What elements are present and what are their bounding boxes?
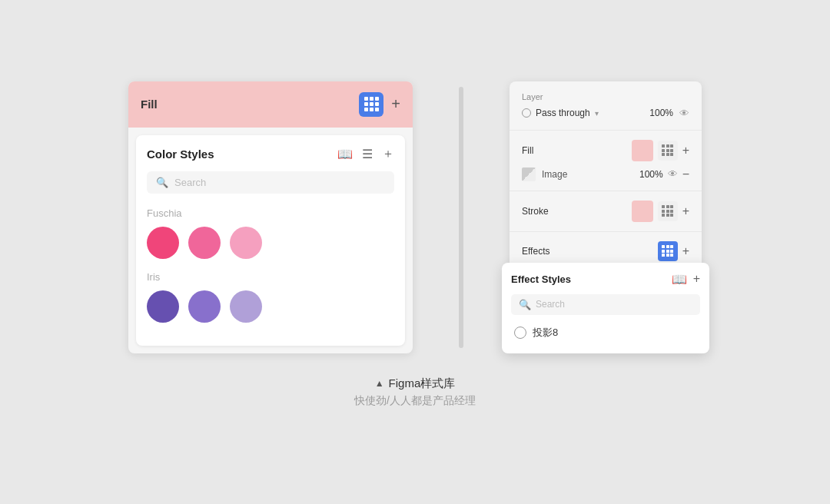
- iris-label: Iris: [147, 271, 394, 283]
- search-placeholder: Search: [174, 177, 206, 188]
- effect-styles-icons: 📖 +: [672, 272, 700, 287]
- add-fill-button[interactable]: +: [391, 95, 400, 113]
- eye-icon[interactable]: 👁: [679, 108, 689, 119]
- effect-circle-icon: [514, 327, 526, 339]
- left-panel: Fill + Color Styles 📖 ☰ ＋: [128, 81, 413, 353]
- effect-search[interactable]: 🔍 Search: [511, 294, 700, 315]
- effects-row: Effects +: [522, 241, 689, 261]
- blend-mode-icon: [522, 108, 531, 118]
- fuschia-group: Fuschia: [147, 207, 394, 259]
- add-fill-row-button[interactable]: +: [682, 144, 689, 158]
- layer-opacity[interactable]: 100%: [649, 108, 673, 118]
- caption-row: ▲ Figma样式库: [354, 376, 476, 391]
- image-row: Image 100% 👁 −: [522, 167, 689, 181]
- image-label: Image: [542, 169, 567, 180]
- swatch-fuschia-3[interactable]: [230, 227, 262, 259]
- fill-grid-button[interactable]: [658, 141, 678, 161]
- fuschia-label: Fuschia: [147, 207, 394, 219]
- stroke-controls: +: [632, 201, 689, 222]
- add-style-button[interactable]: ＋: [382, 146, 394, 162]
- layer-section: Layer Pass through ▾ 100% 👁: [510, 81, 702, 131]
- effect-item[interactable]: 投影8: [511, 321, 700, 344]
- image-left: Image: [522, 167, 567, 181]
- stroke-row: Stroke +: [522, 201, 689, 222]
- grid-dots-icon: [364, 97, 379, 111]
- add-stroke-button[interactable]: +: [682, 204, 689, 218]
- swatch-fuschia-1[interactable]: [147, 227, 179, 259]
- layer-section-label: Layer: [522, 92, 689, 101]
- iris-group: Iris: [147, 271, 394, 323]
- effects-grid-button[interactable]: [658, 241, 678, 261]
- book-icon[interactable]: 📖: [337, 147, 353, 161]
- image-eye-icon[interactable]: 👁: [668, 168, 678, 180]
- fill-grid-dots-icon: [662, 144, 673, 156]
- grid-view-button[interactable]: [359, 92, 383, 117]
- stroke-grid-button[interactable]: [658, 201, 678, 221]
- stroke-label: Stroke: [522, 206, 549, 217]
- image-thumbnail: [522, 167, 536, 181]
- remove-fill-button[interactable]: −: [682, 167, 689, 181]
- image-opacity[interactable]: 100%: [639, 169, 663, 180]
- caption-subtitle: 快使劲/人人都是产品经理: [354, 394, 476, 408]
- stroke-grid-dots-icon: [662, 205, 673, 217]
- fuschia-swatches: [147, 227, 394, 259]
- chevron-down-icon: ▾: [595, 109, 599, 118]
- passthrough-text[interactable]: Pass through: [536, 108, 590, 118]
- fill-controls: +: [632, 140, 689, 161]
- color-styles-title: Color Styles: [147, 148, 214, 161]
- effect-styles-header: Effect Styles 📖 +: [511, 272, 700, 287]
- iris-swatches: [147, 290, 394, 323]
- fill-section: Fill + Image: [510, 131, 702, 191]
- effect-styles-dropdown: Effect Styles 📖 + 🔍 Search 投影8: [502, 263, 709, 353]
- effect-styles-title: Effect Styles: [511, 274, 571, 285]
- effect-search-icon: 🔍: [519, 299, 531, 310]
- fill-row-header: Fill +: [522, 140, 689, 161]
- layer-row: Pass through ▾ 100% 👁: [522, 108, 689, 119]
- add-effect-style-button[interactable]: +: [693, 272, 700, 286]
- list-icon[interactable]: ☰: [362, 147, 373, 161]
- fill-section-label: Fill: [522, 145, 533, 156]
- effect-name: 投影8: [533, 326, 558, 340]
- effects-controls: +: [658, 241, 689, 261]
- swatch-iris-1[interactable]: [147, 290, 179, 323]
- fill-color-indicator: [632, 140, 653, 161]
- effect-search-placeholder: Search: [536, 299, 565, 310]
- effects-section: Effects + Effect Styles: [510, 232, 702, 270]
- swatch-iris-3[interactable]: [230, 290, 262, 323]
- color-styles-panel: Color Styles 📖 ☰ ＋ 🔍 Search Fuschia: [136, 135, 405, 346]
- effects-label: Effects: [522, 246, 549, 257]
- image-right: 100% 👁 −: [639, 167, 689, 181]
- swatch-iris-2[interactable]: [188, 290, 221, 323]
- fill-header: Fill +: [128, 81, 413, 128]
- color-styles-header: Color Styles 📖 ☰ ＋: [147, 146, 394, 162]
- layer-left: Pass through ▾: [522, 108, 599, 118]
- caption-title: Figma样式库: [389, 376, 456, 391]
- stroke-color-indicator: [632, 201, 653, 222]
- effect-book-icon[interactable]: 📖: [672, 272, 687, 287]
- right-panel: Layer Pass through ▾ 100% 👁 Fill: [510, 81, 702, 270]
- caption-area: ▲ Figma样式库 快使劲/人人都是产品经理: [354, 376, 476, 408]
- layer-right: 100% 👁: [649, 108, 689, 119]
- fill-header-right: +: [359, 92, 400, 117]
- fill-title: Fill: [141, 98, 158, 111]
- swatch-fuschia-2[interactable]: [188, 227, 221, 259]
- triangle-icon: ▲: [375, 378, 384, 389]
- add-effect-button[interactable]: +: [682, 244, 689, 258]
- search-icon: 🔍: [156, 177, 168, 188]
- panel-divider: [459, 87, 463, 348]
- search-bar[interactable]: 🔍 Search: [147, 171, 394, 194]
- color-styles-icons: 📖 ☰ ＋: [337, 146, 394, 162]
- stroke-section: Stroke +: [510, 191, 702, 232]
- effects-grid-dots-icon: [662, 245, 673, 257]
